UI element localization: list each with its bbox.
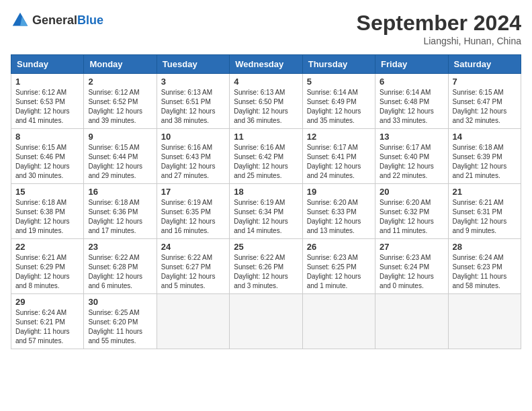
day-number: 27 <box>380 242 443 252</box>
calendar-cell: 5Sunrise: 6:14 AM Sunset: 6:49 PM Daylig… <box>302 74 375 129</box>
day-info: Sunrise: 6:23 AM Sunset: 6:24 PM Dayligh… <box>380 253 443 291</box>
calendar-table: SundayMondayTuesdayWednesdayThursdayFrid… <box>11 54 521 349</box>
day-header-monday: Monday <box>84 55 157 74</box>
day-info: Sunrise: 6:16 AM Sunset: 6:42 PM Dayligh… <box>234 143 298 181</box>
day-info: Sunrise: 6:21 AM Sunset: 6:29 PM Dayligh… <box>15 253 79 291</box>
day-header-tuesday: Tuesday <box>157 55 229 74</box>
day-header-saturday: Saturday <box>448 55 521 74</box>
day-number: 29 <box>15 297 79 307</box>
calendar-cell: 21Sunrise: 6:21 AM Sunset: 6:31 PM Dayli… <box>448 184 521 239</box>
day-info: Sunrise: 6:15 AM Sunset: 6:47 PM Dayligh… <box>453 88 517 126</box>
day-info: Sunrise: 6:18 AM Sunset: 6:38 PM Dayligh… <box>15 198 79 236</box>
calendar-cell: 19Sunrise: 6:20 AM Sunset: 6:33 PM Dayli… <box>302 184 375 239</box>
day-number: 30 <box>88 297 152 307</box>
calendar-cell: 7Sunrise: 6:15 AM Sunset: 6:47 PM Daylig… <box>448 74 521 129</box>
calendar-cell: 18Sunrise: 6:19 AM Sunset: 6:34 PM Dayli… <box>230 184 302 239</box>
day-number: 21 <box>453 187 517 197</box>
day-header-sunday: Sunday <box>11 55 84 74</box>
calendar-cell: 29Sunrise: 6:24 AM Sunset: 6:21 PM Dayli… <box>11 294 84 349</box>
logo-text-blue: Blue <box>77 13 103 27</box>
calendar-cell: 15Sunrise: 6:18 AM Sunset: 6:38 PM Dayli… <box>11 184 84 239</box>
day-number: 7 <box>453 77 517 87</box>
day-info: Sunrise: 6:22 AM Sunset: 6:27 PM Dayligh… <box>161 253 225 291</box>
title-block: September 2024 Liangshi, Hunan, China <box>357 11 521 46</box>
day-info: Sunrise: 6:18 AM Sunset: 6:39 PM Dayligh… <box>453 143 517 181</box>
day-number: 11 <box>234 132 298 142</box>
calendar-cell: 13Sunrise: 6:17 AM Sunset: 6:40 PM Dayli… <box>375 129 448 184</box>
calendar-cell <box>230 294 302 349</box>
day-number: 5 <box>307 77 371 87</box>
day-info: Sunrise: 6:20 AM Sunset: 6:32 PM Dayligh… <box>380 198 443 236</box>
day-number: 23 <box>88 242 152 252</box>
calendar-cell: 3Sunrise: 6:13 AM Sunset: 6:51 PM Daylig… <box>157 74 229 129</box>
logo-icon <box>11 11 30 30</box>
day-header-wednesday: Wednesday <box>230 55 302 74</box>
day-info: Sunrise: 6:14 AM Sunset: 6:49 PM Dayligh… <box>307 88 371 126</box>
day-info: Sunrise: 6:24 AM Sunset: 6:21 PM Dayligh… <box>15 308 79 346</box>
day-number: 20 <box>380 187 443 197</box>
calendar-cell: 2Sunrise: 6:12 AM Sunset: 6:52 PM Daylig… <box>84 74 157 129</box>
calendar-cell: 1Sunrise: 6:12 AM Sunset: 6:53 PM Daylig… <box>11 74 84 129</box>
day-info: Sunrise: 6:15 AM Sunset: 6:44 PM Dayligh… <box>88 143 152 181</box>
page-header: GeneralBlue September 2024 Liangshi, Hun… <box>11 11 521 46</box>
day-info: Sunrise: 6:13 AM Sunset: 6:51 PM Dayligh… <box>161 88 225 126</box>
calendar-week-row: 15Sunrise: 6:18 AM Sunset: 6:38 PM Dayli… <box>11 184 521 239</box>
day-number: 15 <box>15 187 79 197</box>
calendar-week-row: 8Sunrise: 6:15 AM Sunset: 6:46 PM Daylig… <box>11 129 521 184</box>
day-info: Sunrise: 6:19 AM Sunset: 6:34 PM Dayligh… <box>234 198 298 236</box>
calendar-cell: 9Sunrise: 6:15 AM Sunset: 6:44 PM Daylig… <box>84 129 157 184</box>
day-number: 18 <box>234 187 298 197</box>
calendar-cell: 6Sunrise: 6:14 AM Sunset: 6:48 PM Daylig… <box>375 74 448 129</box>
calendar-cell: 10Sunrise: 6:16 AM Sunset: 6:43 PM Dayli… <box>157 129 229 184</box>
calendar-cell <box>448 294 521 349</box>
day-info: Sunrise: 6:12 AM Sunset: 6:52 PM Dayligh… <box>88 88 152 126</box>
day-info: Sunrise: 6:14 AM Sunset: 6:48 PM Dayligh… <box>380 88 443 126</box>
day-info: Sunrise: 6:17 AM Sunset: 6:41 PM Dayligh… <box>307 143 371 181</box>
calendar-cell: 8Sunrise: 6:15 AM Sunset: 6:46 PM Daylig… <box>11 129 84 184</box>
day-header-thursday: Thursday <box>302 55 375 74</box>
day-number: 25 <box>234 242 298 252</box>
calendar-cell: 4Sunrise: 6:13 AM Sunset: 6:50 PM Daylig… <box>230 74 302 129</box>
day-number: 28 <box>453 242 517 252</box>
calendar-cell: 16Sunrise: 6:18 AM Sunset: 6:36 PM Dayli… <box>84 184 157 239</box>
day-number: 6 <box>380 77 443 87</box>
month-title: September 2024 <box>357 11 521 36</box>
calendar-cell: 23Sunrise: 6:22 AM Sunset: 6:28 PM Dayli… <box>84 239 157 294</box>
day-number: 2 <box>88 77 152 87</box>
calendar-cell: 28Sunrise: 6:24 AM Sunset: 6:23 PM Dayli… <box>448 239 521 294</box>
day-info: Sunrise: 6:13 AM Sunset: 6:50 PM Dayligh… <box>234 88 298 126</box>
calendar-cell: 26Sunrise: 6:23 AM Sunset: 6:25 PM Dayli… <box>302 239 375 294</box>
day-number: 16 <box>88 187 152 197</box>
day-number: 24 <box>161 242 225 252</box>
logo-text-general: General <box>32 13 77 27</box>
location-title: Liangshi, Hunan, China <box>357 36 521 46</box>
day-number: 10 <box>161 132 225 142</box>
day-number: 8 <box>15 132 79 142</box>
calendar-cell <box>375 294 448 349</box>
day-info: Sunrise: 6:19 AM Sunset: 6:35 PM Dayligh… <box>161 198 225 236</box>
calendar-cell <box>157 294 229 349</box>
day-info: Sunrise: 6:25 AM Sunset: 6:20 PM Dayligh… <box>88 308 152 346</box>
day-number: 26 <box>307 242 371 252</box>
calendar-cell: 22Sunrise: 6:21 AM Sunset: 6:29 PM Dayli… <box>11 239 84 294</box>
day-number: 12 <box>307 132 371 142</box>
calendar-cell: 11Sunrise: 6:16 AM Sunset: 6:42 PM Dayli… <box>230 129 302 184</box>
day-number: 13 <box>380 132 443 142</box>
calendar-cell: 20Sunrise: 6:20 AM Sunset: 6:32 PM Dayli… <box>375 184 448 239</box>
calendar-week-row: 1Sunrise: 6:12 AM Sunset: 6:53 PM Daylig… <box>11 74 521 129</box>
day-info: Sunrise: 6:17 AM Sunset: 6:40 PM Dayligh… <box>380 143 443 181</box>
day-header-friday: Friday <box>375 55 448 74</box>
day-number: 17 <box>161 187 225 197</box>
logo: GeneralBlue <box>11 11 103 30</box>
day-info: Sunrise: 6:12 AM Sunset: 6:53 PM Dayligh… <box>15 88 79 126</box>
day-info: Sunrise: 6:22 AM Sunset: 6:28 PM Dayligh… <box>88 253 152 291</box>
day-number: 14 <box>453 132 517 142</box>
day-number: 3 <box>161 77 225 87</box>
calendar-cell: 27Sunrise: 6:23 AM Sunset: 6:24 PM Dayli… <box>375 239 448 294</box>
calendar-cell: 30Sunrise: 6:25 AM Sunset: 6:20 PM Dayli… <box>84 294 157 349</box>
day-info: Sunrise: 6:20 AM Sunset: 6:33 PM Dayligh… <box>307 198 371 236</box>
day-number: 9 <box>88 132 152 142</box>
day-info: Sunrise: 6:22 AM Sunset: 6:26 PM Dayligh… <box>234 253 298 291</box>
calendar-cell <box>302 294 375 349</box>
day-number: 4 <box>234 77 298 87</box>
